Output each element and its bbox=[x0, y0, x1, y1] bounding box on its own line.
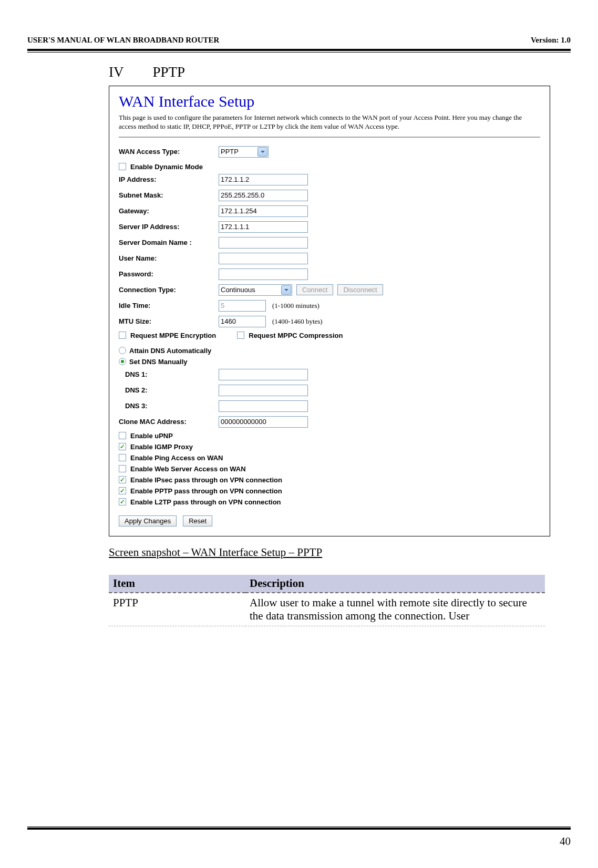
dns1-label: DNS 1: bbox=[125, 370, 219, 378]
enable-pptp-passthrough-checkbox[interactable] bbox=[119, 487, 126, 494]
attain-dns-radio[interactable] bbox=[119, 347, 126, 354]
request-mppc-checkbox[interactable] bbox=[237, 332, 244, 339]
idle-time-input[interactable] bbox=[219, 300, 266, 312]
gateway-input[interactable] bbox=[219, 205, 308, 217]
enable-l2tp-passthrough-label: Enable L2TP pass through on VPN connecti… bbox=[130, 498, 281, 506]
header-left: USER'S MANUAL OF WLAN BROADBAND ROUTER bbox=[27, 36, 219, 45]
connection-type-label: Connection Type: bbox=[119, 286, 219, 294]
set-dns-radio[interactable] bbox=[119, 358, 126, 365]
enable-igmp-checkbox[interactable] bbox=[119, 443, 126, 450]
gateway-label: Gateway: bbox=[119, 207, 219, 215]
dns3-label: DNS 3: bbox=[125, 402, 219, 410]
wan-access-type-label: WAN Access Type: bbox=[119, 148, 219, 156]
user-name-label: User Name: bbox=[119, 254, 219, 262]
screenshot-caption: Screen snapshot – WAN Interface Setup – … bbox=[109, 546, 550, 559]
enable-dynamic-mode-label: Enable Dynamic Mode bbox=[130, 163, 203, 171]
clone-mac-input[interactable] bbox=[219, 416, 308, 428]
table-row: PPTP Allow user to make a tunnel with re… bbox=[109, 593, 545, 626]
panel-description: This page is used to configure the param… bbox=[119, 113, 540, 131]
table-header-item: Item bbox=[109, 575, 245, 593]
enable-ping-wan-label: Enable Ping Access on WAN bbox=[130, 454, 223, 462]
enable-web-server-wan-label: Enable Web Server Access on WAN bbox=[130, 465, 246, 473]
section-title: PPTP bbox=[153, 64, 185, 80]
password-label: Password: bbox=[119, 270, 219, 278]
header-rule-thick bbox=[27, 49, 571, 51]
subnet-mask-label: Subnet Mask: bbox=[119, 191, 219, 199]
enable-pptp-passthrough-label: Enable PPTP pass through on VPN connecti… bbox=[130, 487, 282, 495]
enable-igmp-label: Enable IGMP Proxy bbox=[130, 443, 193, 451]
header-right: Version: 1.0 bbox=[531, 36, 571, 45]
ip-address-label: IP Address: bbox=[119, 175, 219, 183]
table-header-description: Description bbox=[245, 575, 545, 593]
dns1-input[interactable] bbox=[219, 369, 308, 380]
wan-access-type-select[interactable] bbox=[219, 146, 269, 158]
page-number: 40 bbox=[27, 835, 571, 848]
server-ip-input[interactable] bbox=[219, 221, 308, 233]
server-domain-label: Server Domain Name : bbox=[119, 239, 219, 246]
mtu-size-label: MTU Size: bbox=[119, 317, 219, 325]
dns2-label: DNS 2: bbox=[125, 386, 219, 394]
enable-l2tp-passthrough-checkbox[interactable] bbox=[119, 498, 126, 505]
set-dns-label: Set DNS Manually bbox=[129, 358, 188, 366]
enable-dynamic-mode-checkbox[interactable] bbox=[119, 163, 126, 170]
enable-web-server-wan-checkbox[interactable] bbox=[119, 465, 126, 472]
enable-ipsec-passthrough-checkbox[interactable] bbox=[119, 476, 126, 483]
idle-time-note: (1-1000 minutes) bbox=[272, 302, 319, 310]
dns3-input[interactable] bbox=[219, 400, 308, 412]
request-mppe-checkbox[interactable] bbox=[119, 332, 126, 339]
disconnect-button[interactable]: Disconnect bbox=[337, 284, 383, 295]
request-mppc-label: Request MPPC Compression bbox=[249, 332, 343, 339]
reset-button[interactable]: Reset bbox=[183, 515, 212, 526]
mtu-size-note: (1400-1460 bytes) bbox=[272, 317, 323, 326]
description-table: Item Description PPTP Allow user to make… bbox=[109, 575, 545, 626]
table-cell-item: PPTP bbox=[109, 593, 245, 626]
connect-button[interactable]: Connect bbox=[296, 284, 333, 295]
panel-divider bbox=[119, 137, 540, 138]
footer-rule-thick bbox=[27, 828, 571, 830]
header-rule-thin bbox=[27, 52, 571, 53]
enable-ipsec-passthrough-label: Enable IPsec pass through on VPN connect… bbox=[130, 476, 282, 484]
user-name-input[interactable] bbox=[219, 253, 308, 264]
connection-type-select[interactable] bbox=[219, 284, 292, 296]
subnet-mask-input[interactable] bbox=[219, 190, 308, 201]
enable-ping-wan-checkbox[interactable] bbox=[119, 454, 126, 461]
idle-time-label: Idle Time: bbox=[119, 302, 219, 309]
enable-upnp-checkbox[interactable] bbox=[119, 432, 126, 439]
server-domain-input[interactable] bbox=[219, 237, 308, 249]
setup-screenshot: WAN Interface Setup This page is used to… bbox=[109, 86, 550, 536]
apply-changes-button[interactable]: Apply Changes bbox=[119, 515, 177, 526]
password-input[interactable] bbox=[219, 268, 308, 280]
server-ip-label: Server IP Address: bbox=[119, 223, 219, 231]
attain-dns-label: Attain DNS Automatically bbox=[129, 347, 211, 355]
ip-address-input[interactable] bbox=[219, 174, 308, 185]
clone-mac-label: Clone MAC Address: bbox=[119, 418, 219, 426]
panel-title: WAN Interface Setup bbox=[119, 92, 540, 110]
dns2-input[interactable] bbox=[219, 385, 308, 396]
enable-upnp-label: Enable uPNP bbox=[130, 432, 173, 440]
section-number: IV bbox=[109, 64, 124, 80]
request-mppe-label: Request MPPE Encryption bbox=[130, 332, 216, 339]
table-cell-description: Allow user to make a tunnel with remote … bbox=[245, 593, 545, 626]
mtu-size-input[interactable] bbox=[219, 316, 266, 327]
footer-rule-thin bbox=[27, 826, 571, 827]
